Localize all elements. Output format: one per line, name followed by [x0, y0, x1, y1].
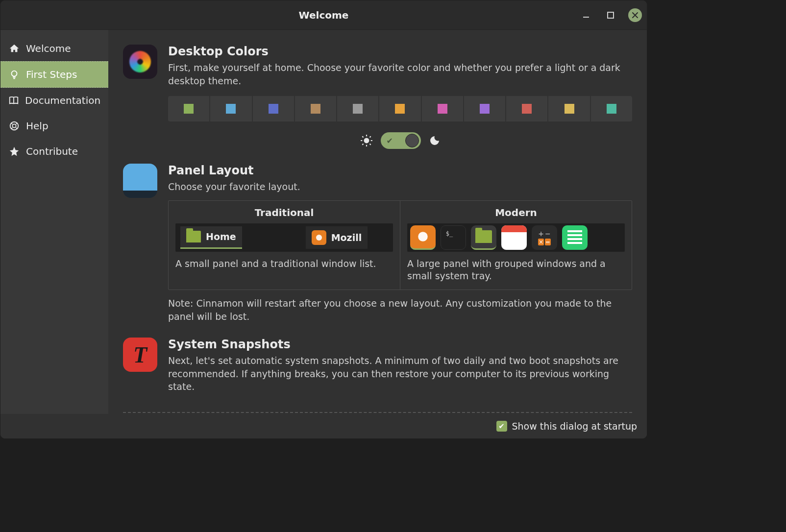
layout-card-desc: A small panel and a traditional window l…: [175, 258, 393, 270]
taskbar-item-label: Mozill: [331, 232, 362, 243]
desktop-colors-desc: First, make yourself at home. Choose you…: [168, 61, 632, 87]
panel-layout-desc: Choose your favorite layout.: [168, 180, 632, 193]
taskbar-item-firefox: Mozill: [306, 226, 368, 249]
window-body: Welcome First Steps Documentation Help: [0, 30, 647, 414]
layout-option-traditional[interactable]: Traditional Home: [169, 201, 400, 290]
sidebar-item-help[interactable]: Help: [0, 113, 108, 139]
svg-point-2: [12, 71, 17, 76]
color-swatch-sand[interactable]: [548, 96, 590, 121]
svg-point-6: [316, 235, 322, 241]
star-icon: [8, 145, 20, 157]
color-swatch-indigo[interactable]: [253, 96, 294, 121]
system-snapshots-heading: System Snapshots: [168, 338, 632, 351]
show-at-startup-checkbox[interactable]: ✔: [496, 421, 507, 432]
sidebar-item-label: First Steps: [26, 69, 77, 80]
maximize-button[interactable]: [604, 8, 617, 22]
maximize-icon: [607, 12, 614, 19]
check-icon: ✔: [387, 136, 393, 145]
window-title: Welcome: [299, 9, 349, 21]
book-icon: [8, 95, 19, 106]
layout-card-desc: A large panel with grouped windows and a…: [407, 258, 625, 283]
toggle-knob: [405, 134, 419, 147]
svg-point-7: [418, 232, 428, 242]
moon-icon: [429, 135, 441, 146]
section-panel-layout: Panel Layout Choose your favorite layout…: [123, 164, 632, 323]
svg-point-5: [364, 138, 369, 144]
minimize-button[interactable]: [579, 8, 593, 22]
theme-toggle-row: ✔: [168, 132, 632, 149]
footer: ✔ Show this dialog at startup: [0, 414, 647, 438]
color-swatch-green[interactable]: [168, 96, 209, 121]
firefox-icon: [410, 225, 436, 250]
section-system-snapshots: T System Snapshots Next, let's set autom…: [123, 338, 632, 393]
desktop-colors-heading: Desktop Colors: [168, 45, 632, 58]
show-at-startup-label: Show this dialog at startup: [512, 421, 638, 432]
home-icon: [8, 43, 20, 54]
minimize-icon: [582, 11, 590, 19]
taskbar-item-home: Home: [180, 226, 242, 249]
layout-preview-modern: $_ +− ×=: [407, 223, 625, 252]
sidebar-item-label: Welcome: [26, 43, 71, 54]
close-icon: [632, 12, 638, 18]
lifebuoy-icon: [8, 120, 20, 132]
close-button[interactable]: [628, 8, 642, 22]
titlebar: Welcome: [0, 0, 647, 30]
calculator-icon: +− ×=: [532, 225, 557, 250]
sidebar-item-contribute[interactable]: Contribute: [0, 139, 108, 164]
section-desktop-colors: Desktop Colors First, make yourself at h…: [123, 45, 632, 149]
timeshift-icon: T: [123, 338, 157, 372]
welcome-window: Welcome Welcome: [0, 0, 647, 439]
sidebar-item-documentation[interactable]: Documentation: [0, 88, 108, 113]
sun-icon: [360, 134, 373, 147]
color-swatch-blue[interactable]: [210, 96, 251, 121]
firefox-icon: [312, 230, 326, 245]
svg-point-4: [12, 124, 16, 127]
window-controls: [579, 0, 642, 30]
taskbar-item-label: Home: [206, 231, 236, 242]
files-icon: [471, 225, 496, 250]
folder-icon: [186, 231, 201, 242]
calendar-icon: [501, 225, 527, 250]
color-swatch-row: [168, 96, 632, 121]
color-swatch-teal[interactable]: [591, 96, 632, 121]
sidebar-item-label: Help: [26, 120, 49, 132]
sidebar: Welcome First Steps Documentation Help: [0, 30, 108, 414]
color-swatch-pink[interactable]: [422, 96, 463, 121]
color-swatch-orange[interactable]: [379, 96, 420, 121]
terminal-icon: $_: [441, 225, 466, 250]
panel-layout-options: Traditional Home: [168, 200, 632, 290]
layout-option-modern[interactable]: Modern $_: [400, 201, 632, 290]
sidebar-item-first-steps[interactable]: First Steps: [0, 61, 108, 88]
lightbulb-icon: [8, 69, 20, 80]
sidebar-item-label: Documentation: [25, 95, 100, 106]
color-wheel-icon: [123, 45, 157, 79]
color-swatch-purple[interactable]: [464, 96, 505, 121]
color-swatch-brown[interactable]: [295, 96, 336, 121]
svg-rect-1: [608, 12, 614, 18]
svg-rect-0: [583, 17, 589, 18]
main-content: Desktop Colors First, make yourself at h…: [108, 30, 647, 414]
sidebar-item-label: Contribute: [26, 145, 78, 157]
panel-layout-heading: Panel Layout: [168, 164, 632, 177]
layout-preview-traditional: Home Mozill: [175, 223, 393, 252]
panel-layout-note: Note: Cinnamon will restart after you ch…: [168, 297, 632, 323]
section-divider: [123, 412, 632, 413]
color-swatch-red[interactable]: [506, 96, 547, 121]
color-swatch-grey[interactable]: [337, 96, 378, 121]
system-snapshots-desc: Next, let's set automatic system snapsho…: [168, 354, 632, 393]
layout-card-title: Traditional: [175, 207, 393, 218]
spreadsheet-icon: [562, 225, 588, 250]
panel-layout-icon: [123, 164, 157, 198]
sidebar-item-welcome[interactable]: Welcome: [0, 36, 108, 61]
dark-mode-toggle[interactable]: ✔: [381, 132, 421, 149]
layout-card-title: Modern: [407, 207, 625, 218]
